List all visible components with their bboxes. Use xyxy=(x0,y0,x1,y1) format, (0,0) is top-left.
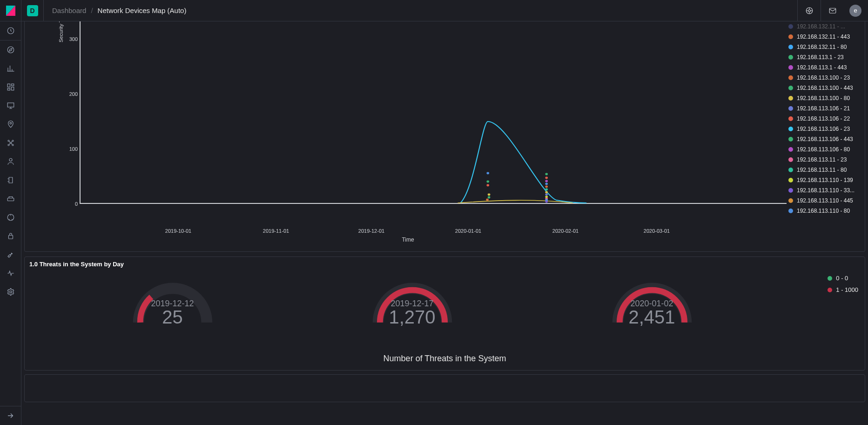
x-tick: 2020-03-01 xyxy=(644,228,670,234)
gauge[interactable]: 2019-12-12 25 xyxy=(103,276,242,328)
gauges-row: 2019-12-12 25 2019-12-17 1,270 2020-01-0… xyxy=(53,276,772,361)
nav-apm-icon[interactable] xyxy=(0,189,21,208)
nav-devtools-icon[interactable] xyxy=(0,245,21,264)
legend-item[interactable]: 192.168.113.1 - 23 xyxy=(788,54,860,61)
nav-infra-icon[interactable] xyxy=(0,152,21,171)
nav-uptime-icon[interactable] xyxy=(0,208,21,227)
legend-label: 192.168.113.110 - 139 xyxy=(797,177,853,183)
legend-dot-icon xyxy=(788,34,793,39)
gauge[interactable]: 2020-01-02 2,451 xyxy=(582,276,722,328)
svg-point-23 xyxy=(9,158,12,161)
svg-rect-13 xyxy=(11,84,13,86)
nav-discover-icon[interactable] xyxy=(0,40,21,59)
svg-point-39 xyxy=(545,189,548,191)
legend-item[interactable]: 192.168.113.106 - 23 xyxy=(788,126,860,132)
panel-threats-by-day: 1.0 Threats in the System by Day 2019-12… xyxy=(24,256,865,371)
legend-item[interactable]: 192.168.113.100 - 80 xyxy=(788,95,860,101)
header-actions: e xyxy=(797,0,868,21)
nav-siem-icon[interactable] xyxy=(0,227,21,245)
legend-item[interactable]: 192.168.113.106 - 443 xyxy=(788,136,860,142)
legend-label: 192.168.132.11 - 443 xyxy=(797,34,850,40)
x-tick: 2019-11-01 xyxy=(263,228,289,234)
legend-item[interactable]: 1 - 1000 xyxy=(828,286,858,293)
y-tick: 300 xyxy=(67,36,78,42)
legend-dot-icon xyxy=(788,157,793,162)
nav-logs-icon[interactable] xyxy=(0,171,21,189)
legend-label: 192.168.113.1 - 23 xyxy=(797,54,844,61)
svg-point-31 xyxy=(488,194,491,196)
svg-point-3 xyxy=(808,9,810,12)
nav-ml-icon[interactable] xyxy=(0,134,21,152)
nav-dashboard-icon[interactable] xyxy=(0,78,21,96)
svg-point-27 xyxy=(9,291,12,293)
legend-item[interactable]: 192.168.113.1 - 443 xyxy=(788,64,860,71)
gauge-value: 1,270 xyxy=(389,307,435,328)
legend-item[interactable]: 192.168.113.11 - 23 xyxy=(788,156,860,163)
y-tick: 200 xyxy=(67,91,78,97)
legend-item[interactable]: 192.168.113.110 - 139 xyxy=(788,177,860,183)
legend-item[interactable]: 192.168.113.110 - 33... xyxy=(788,187,860,194)
y-tick: 100 xyxy=(67,146,78,152)
legend-item[interactable]: 192.168.113.110 - 445 xyxy=(788,197,860,204)
nav-collapse-icon[interactable] xyxy=(0,406,21,425)
legend-item[interactable]: 0 - 0 xyxy=(828,275,858,282)
legend-item[interactable]: 192.168.113.106 - 80 xyxy=(788,146,860,153)
legend-dot-icon xyxy=(828,276,832,281)
newsfeed-icon[interactable] xyxy=(821,0,844,21)
legend-label: 192.168.113.110 - 80 xyxy=(797,208,850,214)
panel-security-threats-timeline: Security Threats 300 200 100 0 2019-10-0… xyxy=(24,21,865,252)
legend-item[interactable]: 192.168.132.11 - 80 xyxy=(788,44,860,50)
svg-rect-26 xyxy=(8,236,13,239)
svg-point-45 xyxy=(545,201,548,203)
svg-rect-14 xyxy=(11,87,13,90)
legend-item[interactable]: 192.168.113.106 - 21 xyxy=(788,105,860,112)
app-logo[interactable] xyxy=(0,0,21,21)
svg-rect-16 xyxy=(7,103,14,107)
svg-point-41 xyxy=(545,194,548,196)
legend-dot-icon xyxy=(788,55,793,60)
svg-marker-11 xyxy=(9,48,12,51)
nav-visualize-icon[interactable] xyxy=(0,59,21,78)
legend-dot-icon xyxy=(788,137,793,142)
line-chart[interactable]: Security Threats 300 200 100 0 2019-10-0… xyxy=(29,21,787,247)
svg-rect-24 xyxy=(7,198,14,201)
legend-label: 192.168.113.11 - 80 xyxy=(797,167,847,173)
legend-item[interactable]: 192.168.113.11 - 80 xyxy=(788,167,860,173)
svg-point-35 xyxy=(545,177,548,179)
legend-dot-icon xyxy=(788,86,793,90)
nav-monitoring-icon[interactable] xyxy=(0,264,21,283)
nav-management-icon[interactable] xyxy=(0,283,21,301)
gauge-value: 2,451 xyxy=(628,307,675,328)
legend-dot-icon xyxy=(788,168,793,172)
svg-point-28 xyxy=(486,172,489,175)
legend-item[interactable]: 192.168.132.11 - ... xyxy=(788,23,860,30)
help-icon[interactable] xyxy=(797,0,821,21)
gauge[interactable]: 2019-12-17 1,270 xyxy=(343,276,482,328)
legend-item[interactable]: 192.168.113.110 - 80 xyxy=(788,208,860,214)
legend-dot-icon xyxy=(788,209,793,213)
legend-dot-icon xyxy=(788,116,793,121)
main-area: Security Threats 300 200 100 0 2019-10-0… xyxy=(21,21,868,425)
nav-maps-icon[interactable] xyxy=(0,115,21,134)
nav-recent-icon[interactable] xyxy=(0,21,21,40)
user-avatar[interactable]: e xyxy=(849,5,861,17)
plot-svg xyxy=(80,21,787,225)
legend-item[interactable]: 192.168.113.100 - 23 xyxy=(788,74,860,81)
y-tick: 0 xyxy=(67,201,78,207)
breadcrumb-dashboard[interactable]: Dashboard xyxy=(52,7,86,14)
legend-dot-icon xyxy=(788,75,793,80)
breadcrumb: Dashboard / Network Devices Map (Auto) xyxy=(44,7,186,14)
legend-label: 192.168.113.106 - 80 xyxy=(797,146,850,153)
space-selector[interactable]: D xyxy=(21,0,44,21)
legend-item[interactable]: 192.168.113.100 - 443 xyxy=(788,85,860,91)
gauge-legend: 0 - 0 1 - 1000 xyxy=(828,275,858,293)
nav-canvas-icon[interactable] xyxy=(0,96,21,115)
legend-label: 192.168.113.106 - 22 xyxy=(797,115,850,122)
svg-point-22 xyxy=(10,142,11,144)
legend-item[interactable]: 192.168.113.106 - 22 xyxy=(788,115,860,122)
breadcrumb-sep: / xyxy=(91,7,93,14)
legend-item[interactable]: 192.168.132.11 - 443 xyxy=(788,34,860,40)
svg-point-37 xyxy=(545,183,548,185)
legend-dot-icon xyxy=(788,178,793,182)
svg-point-36 xyxy=(545,180,548,182)
